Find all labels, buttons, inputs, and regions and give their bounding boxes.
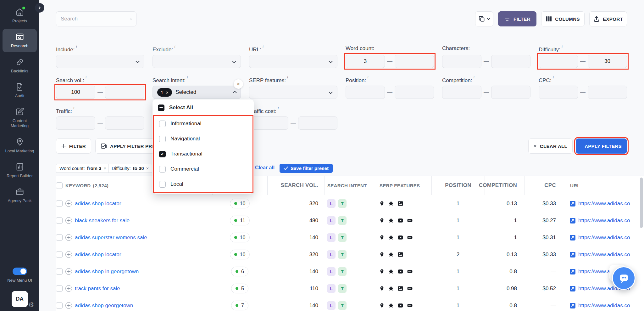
url-link[interactable]: https://www.adidas.co bbox=[578, 218, 630, 224]
info-icon[interactable] bbox=[187, 75, 188, 79]
url-link[interactable]: https://www.adidas.co bbox=[578, 303, 630, 309]
info-icon[interactable] bbox=[562, 44, 563, 48]
info-icon[interactable] bbox=[263, 44, 264, 48]
sidebar-item-projects[interactable]: Projects bbox=[3, 4, 37, 27]
serp-features-select[interactable] bbox=[249, 86, 337, 99]
keyword-link[interactable]: black sneakers for sale bbox=[75, 218, 130, 224]
word-count-to-input[interactable] bbox=[395, 55, 434, 68]
url-link[interactable]: https://www.adidas.co bbox=[578, 252, 630, 258]
export-button[interactable]: EXPORT bbox=[589, 11, 627, 26]
traffic-cost-from-input[interactable] bbox=[249, 116, 288, 130]
url-select[interactable] bbox=[249, 55, 337, 68]
row-checkbox[interactable] bbox=[56, 200, 63, 207]
new-menu-toggle[interactable] bbox=[13, 268, 27, 275]
dropdown-option-informational[interactable]: Informational bbox=[154, 116, 253, 131]
row-checkbox[interactable] bbox=[56, 251, 63, 258]
traffic-to-input[interactable] bbox=[105, 116, 144, 130]
sidebar-item-report-builder[interactable]: Report Builder bbox=[3, 159, 37, 182]
keyword-link[interactable]: adidas shop locator bbox=[75, 201, 121, 207]
column-header-position[interactable]: POSITION bbox=[431, 176, 485, 195]
vertical-scrollbar[interactable] bbox=[640, 178, 643, 228]
sidebar-item-audit[interactable]: Audit bbox=[3, 79, 37, 102]
add-filter-button[interactable]: FILTER bbox=[56, 139, 91, 154]
url-link[interactable]: https://www.adidas.co bbox=[578, 201, 630, 207]
column-header-url[interactable]: URL bbox=[565, 176, 644, 195]
apply-filters-button[interactable]: APPLY FILTERS bbox=[576, 139, 627, 154]
row-checkbox[interactable] bbox=[56, 268, 63, 275]
info-icon[interactable] bbox=[73, 105, 75, 110]
difficulty-to-input[interactable]: 30 bbox=[588, 55, 627, 68]
cpc-from-input[interactable] bbox=[539, 86, 578, 99]
checkbox[interactable] bbox=[158, 105, 164, 111]
sidebar-item-agency-pack[interactable]: Agency Pack bbox=[3, 184, 37, 207]
expand-plus-icon[interactable] bbox=[65, 251, 72, 258]
info-icon[interactable] bbox=[86, 75, 87, 79]
filter-chip-word-count[interactable]: Word count: from 3 × bbox=[56, 164, 110, 173]
competition-to-input[interactable] bbox=[491, 86, 530, 99]
word-count-from-input[interactable]: 3 bbox=[346, 55, 385, 68]
url-link[interactable]: https://www.adidas.co bbox=[578, 235, 630, 241]
difficulty-from-input[interactable] bbox=[539, 55, 578, 68]
columns-button[interactable]: COLUMNS bbox=[541, 11, 585, 26]
position-to-input[interactable] bbox=[395, 86, 434, 99]
search-vol-from-input[interactable]: 100 bbox=[56, 86, 95, 99]
keyword-link[interactable]: adidas shop locator bbox=[75, 252, 121, 258]
remove-chip-icon[interactable]: × bbox=[146, 166, 149, 171]
characters-from-input[interactable] bbox=[442, 55, 481, 68]
sidebar-item-local-marketing[interactable]: Local Marketing bbox=[3, 134, 37, 157]
chat-widget-button[interactable] bbox=[612, 266, 636, 290]
keyword-link[interactable]: adidas shop in georgetown bbox=[75, 269, 139, 275]
expand-plus-icon[interactable] bbox=[65, 200, 72, 207]
traffic-from-input[interactable] bbox=[56, 116, 95, 130]
filter-button[interactable]: FILTER bbox=[498, 11, 536, 26]
column-header-cpc[interactable]: CPC bbox=[525, 176, 565, 195]
remove-chip-icon[interactable]: × bbox=[103, 166, 106, 171]
clear-all-link[interactable]: Clear all bbox=[255, 165, 275, 171]
search-vol-to-input[interactable] bbox=[105, 86, 144, 99]
search-intent-multiselect[interactable]: 1× Selected × bbox=[153, 86, 241, 99]
position-from-input[interactable] bbox=[346, 86, 385, 99]
sidebar-item-backlinks[interactable]: Backlinks bbox=[3, 54, 37, 77]
expand-plus-icon[interactable] bbox=[65, 268, 72, 275]
expand-plus-icon[interactable] bbox=[65, 217, 72, 224]
exclude-select[interactable] bbox=[153, 55, 241, 68]
competition-from-input[interactable] bbox=[442, 86, 481, 99]
checkbox[interactable] bbox=[159, 166, 166, 172]
keyword-link[interactable]: adidas superstar womens sale bbox=[75, 235, 147, 241]
dropdown-option-navigational[interactable]: Navigational bbox=[154, 131, 253, 146]
search-input[interactable] bbox=[61, 16, 130, 22]
checkbox[interactable] bbox=[159, 136, 166, 142]
column-header-competition[interactable]: COMPETITION bbox=[485, 176, 525, 195]
column-header-search-vol[interactable]: SEARCH VOL. bbox=[267, 176, 325, 195]
dropdown-option-commercial[interactable]: Commercial bbox=[154, 161, 253, 177]
row-checkbox[interactable] bbox=[56, 302, 63, 309]
info-icon[interactable] bbox=[473, 75, 475, 79]
dropdown-option-select-all[interactable]: Select All bbox=[153, 100, 254, 115]
checkbox[interactable] bbox=[159, 151, 166, 157]
include-select[interactable] bbox=[56, 55, 144, 68]
select-all-checkbox[interactable] bbox=[56, 182, 63, 189]
characters-to-input[interactable] bbox=[491, 55, 530, 68]
row-checkbox[interactable] bbox=[56, 285, 63, 292]
clear-intent-button[interactable]: × bbox=[234, 79, 243, 89]
keyword-link[interactable]: track pants for sale bbox=[75, 286, 120, 292]
cpc-to-input[interactable] bbox=[588, 86, 627, 99]
keyword-link[interactable]: adidas shop georgetown bbox=[75, 303, 133, 309]
checkbox[interactable] bbox=[159, 181, 166, 188]
search-box[interactable] bbox=[56, 11, 136, 26]
column-header-serp-features[interactable]: SERP FEATURES bbox=[377, 176, 431, 195]
info-icon[interactable] bbox=[174, 44, 175, 48]
dropdown-option-transactional[interactable]: Transactional bbox=[154, 146, 253, 161]
traffic-cost-to-input[interactable] bbox=[298, 116, 337, 130]
filter-chip-difficulty[interactable]: Difficulty: to 30 × bbox=[108, 164, 152, 173]
info-icon[interactable] bbox=[278, 105, 279, 110]
sidebar-item-research[interactable]: Research bbox=[3, 29, 37, 52]
remove-selection-icon[interactable]: × bbox=[166, 90, 169, 95]
expand-plus-icon[interactable] bbox=[65, 285, 72, 292]
avatar[interactable]: DA bbox=[12, 291, 28, 307]
sidebar-item-content-marketing[interactable]: Content Marketing bbox=[3, 104, 37, 132]
gear-icon[interactable]: ⚙ bbox=[28, 301, 34, 308]
info-icon[interactable] bbox=[367, 75, 369, 79]
expand-plus-icon[interactable] bbox=[65, 234, 72, 241]
dropdown-option-local[interactable]: Local bbox=[154, 177, 253, 192]
